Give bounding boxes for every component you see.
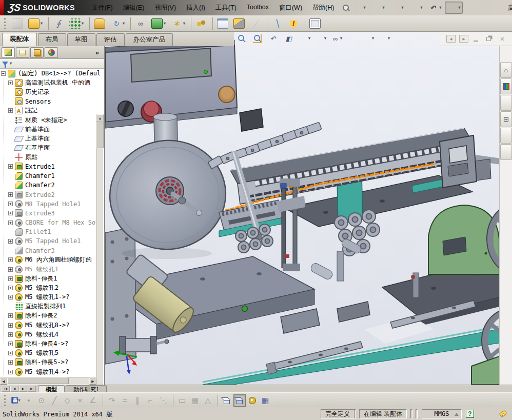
sketch-corner[interactable]: ⌐ <box>144 394 156 407</box>
appearances-scenes[interactable] <box>500 128 512 144</box>
tree-item[interactable]: Chamfer1 <box>0 171 104 181</box>
tree-item[interactable]: + M5 螺纹孔5 <box>0 349 104 358</box>
tree-item[interactable]: + 高温测试包装机 中的酒 <box>0 78 104 87</box>
sketch-trim[interactable]: × <box>74 394 86 407</box>
help-status-icon[interactable]: ? <box>466 410 474 418</box>
hmi-screen[interactable] <box>131 48 211 82</box>
wireframe-display-button[interactable] <box>218 394 233 407</box>
tree-item[interactable]: 右基準面 <box>0 144 104 153</box>
expand-toggle[interactable] <box>8 230 13 234</box>
linear-component-pattern[interactable]: ▾ <box>67 17 86 30</box>
toolbar-grip[interactable] <box>4 18 7 29</box>
dropdown-arrow-icon[interactable]: ▾ <box>382 6 384 10</box>
selector-knob[interactable] <box>118 101 133 116</box>
scroll-up-button[interactable]: ▲ <box>96 114 104 122</box>
tree-item[interactable]: + M5 螺纹孔1->? <box>0 293 104 302</box>
tree-item[interactable]: + 除料-伸長1 <box>0 274 104 283</box>
save-document[interactable]: ▾ <box>388 2 405 14</box>
sketch-polygon[interactable]: ◇ <box>61 394 73 407</box>
close-document[interactable]: × <box>498 35 507 43</box>
orange-button[interactable] <box>219 86 235 103</box>
tree-item[interactable]: Fillet1 <box>0 227 104 236</box>
tree-item[interactable]: 材质 <未指定> <box>0 115 104 125</box>
view-settings[interactable]: ▾ <box>378 33 390 44</box>
units-dropdown-icon[interactable] <box>455 413 459 416</box>
expand-toggle[interactable] <box>8 183 13 188</box>
tree-item[interactable]: Chamfer2 <box>0 181 104 190</box>
tree-item[interactable]: + M5 Tapped Hole1 <box>0 236 104 246</box>
actuator-end-bracket[interactable] <box>440 135 477 188</box>
sketch-triangle[interactable]: △ <box>202 394 214 407</box>
new-document[interactable]: ▾ <box>350 2 367 14</box>
expand-toggle[interactable]: + <box>8 192 13 197</box>
expand-toggle[interactable]: + <box>8 351 13 355</box>
expand-toggle[interactable]: + <box>8 276 13 281</box>
dropdown-arrow-icon[interactable]: ▾ <box>401 6 403 10</box>
traffic-light-indicator[interactable] <box>464 2 479 14</box>
open-part[interactable]: ▾ <box>26 17 45 30</box>
study-tab[interactable]: 模型 <box>38 385 65 392</box>
show-hidden-components[interactable]: ∞ <box>130 17 148 30</box>
dropdown-arrow-icon[interactable]: ▾ <box>41 22 43 26</box>
expand-toggle[interactable]: + <box>8 221 13 225</box>
expand-toggle[interactable]: + <box>8 211 13 215</box>
expand-toggle[interactable]: − <box>1 71 6 76</box>
smart-fasteners[interactable] <box>89 17 107 30</box>
graphics-viewport[interactable] <box>105 32 512 385</box>
expand-toggle[interactable]: + <box>8 286 13 290</box>
section-view[interactable]: ◧ <box>283 33 295 44</box>
print-document[interactable]: ▾ <box>407 2 424 14</box>
custom-properties[interactable] <box>500 144 512 160</box>
shaded-display-button[interactable] <box>233 394 246 407</box>
apply-scene[interactable]: ▾ <box>362 33 375 44</box>
explode-line-sketch[interactable]: ╱ <box>248 17 263 30</box>
tree-item[interactable]: + 除料-伸長5->? <box>0 358 104 367</box>
hide-show-items[interactable]: ∞ ▾ <box>330 33 343 44</box>
expand-toggle[interactable] <box>8 136 13 141</box>
dropdown-arrow-icon[interactable]: ▾ <box>439 6 441 10</box>
menu-item[interactable]: 窗口(W) <box>274 2 307 14</box>
command-tab[interactable]: 布局 <box>38 33 66 46</box>
dropdown-arrow-icon[interactable]: ▾ <box>363 6 365 10</box>
tree-item[interactable]: 历史记录 <box>0 87 104 96</box>
tree-item[interactable]: + Extrude3 <box>0 209 104 218</box>
take-snapshot[interactable] <box>305 17 323 30</box>
sketch-grid[interactable]: ▦ <box>189 394 201 407</box>
expand-toggle[interactable]: + <box>8 360 13 365</box>
tree-horizontal-scrollbar[interactable]: ◀ ▶ <box>0 377 96 384</box>
select-tool[interactable]: ▾ <box>445 2 462 14</box>
expand-toggle[interactable]: + <box>8 370 13 374</box>
command-tab[interactable]: 办公室产品 <box>126 33 173 46</box>
tree-item[interactable]: − (固定) DB<1>->? (Defaul <box>0 69 104 78</box>
sketch-offset[interactable]: ∥ <box>131 394 144 407</box>
sketch-circle[interactable]: ⊙ <box>35 394 48 407</box>
property-manager-tab[interactable] <box>16 47 29 58</box>
sketch-arc[interactable]: ↷ <box>103 394 118 407</box>
tree-item[interactable]: + M5 螺纹孔4 <box>0 330 104 339</box>
expand-toggle[interactable]: + <box>8 108 13 113</box>
dropdown-arrow-icon[interactable]: ▾ <box>388 36 390 41</box>
dropdown-arrow-icon[interactable]: ▾ <box>324 36 326 41</box>
expand-toggle[interactable]: + <box>8 267 13 272</box>
design-library[interactable] <box>500 78 512 94</box>
mate[interactable]: ∮ <box>48 17 66 30</box>
save[interactable]: ▾ <box>10 394 22 407</box>
study-nav-button[interactable]: ▶ <box>19 386 27 392</box>
configuration-manager-tab[interactable] <box>30 47 44 58</box>
command-tab[interactable]: 草图 <box>67 33 95 46</box>
dropdown-arrow-icon[interactable]: ▾ <box>420 6 422 10</box>
tree-item[interactable]: 直線複製排列1 <box>0 302 104 311</box>
edit-appearance[interactable] <box>346 33 359 44</box>
expand-toggle[interactable]: + <box>8 257 13 262</box>
sketch-points[interactable]: ⋱ <box>157 394 169 407</box>
pane-next[interactable]: ▸ <box>459 35 468 43</box>
expand-toggle[interactable] <box>8 99 13 104</box>
solidworks-resources[interactable]: ⌂ <box>500 62 512 78</box>
assembly-xpert[interactable]: ! <box>286 17 301 30</box>
move-component[interactable]: ↻ ▾ <box>108 17 127 30</box>
display-style[interactable]: ▾ <box>314 33 327 44</box>
scroll-right-button[interactable]: ▶ <box>89 377 96 385</box>
tree-item[interactable]: + M8 Tapped Hole1 <box>0 199 104 209</box>
zoom-to-area[interactable] <box>251 33 263 44</box>
insert-components[interactable] <box>10 17 25 30</box>
